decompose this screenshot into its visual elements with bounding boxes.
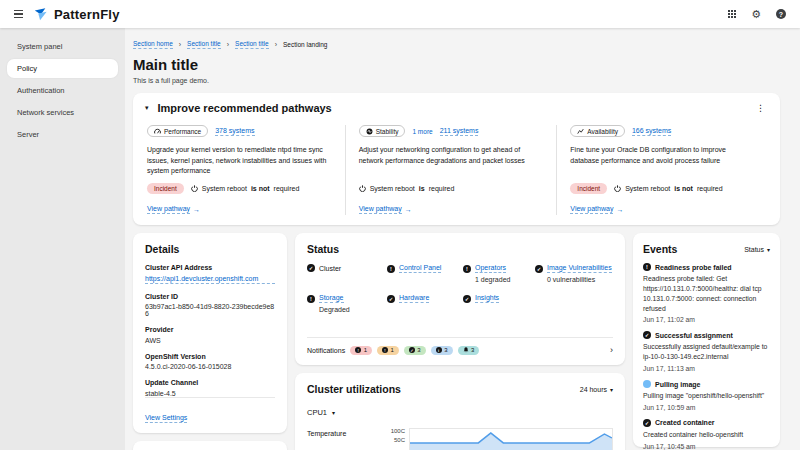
sidebar-item-policy[interactable]: Policy [7, 59, 118, 78]
brand[interactable]: PatternFly [33, 7, 120, 22]
field-label: Cluster ID [145, 293, 275, 300]
reboot-icon [191, 185, 198, 192]
field-label: OpenShift Version [145, 353, 275, 360]
cluster-api-link[interactable]: https://api1.devcluster.openshift.com [145, 275, 275, 284]
notification-badge-default[interactable]: 3 [458, 346, 480, 355]
status-sub: 0 vulnerabilities [547, 276, 613, 283]
pill-label: Availability [587, 128, 618, 135]
notification-badge-warning[interactable]: ! 1 [377, 346, 399, 355]
event-body: Created container hello-openshift [643, 430, 770, 440]
info-circle-icon: i [436, 347, 442, 353]
check-circle-icon: ✓ [409, 347, 415, 353]
chevron-right-icon[interactable]: › [610, 345, 613, 355]
view-pathway-link[interactable]: View pathway → [147, 205, 200, 214]
status-item-image-vulnerabilities: ✓ Image Vulnerabilities 0 vulnerabilitie… [535, 264, 613, 283]
kebab-menu-icon[interactable]: ⋮ [753, 103, 768, 113]
systems-link[interactable]: 166 systems [632, 127, 671, 136]
event-time: Jun 17, 10:45 am [643, 443, 770, 450]
status-link[interactable]: Insights [475, 294, 499, 303]
notification-badge-danger[interactable]: ! 1 [350, 346, 372, 355]
reboot-status: System reboot is required [359, 185, 455, 192]
caret-down-icon: ▾ [332, 409, 335, 416]
availability-pill[interactable]: Availability [570, 125, 625, 137]
reboot-text-bold: is [419, 185, 425, 192]
status-link[interactable]: Image Vulnerabilities [547, 264, 612, 273]
reboot-text: System reboot [625, 185, 670, 192]
exclamation-circle-icon: ! [382, 347, 388, 353]
field-value: stable-4.5 [145, 390, 275, 397]
status-sub: Degraded [319, 306, 387, 313]
reboot-status: System reboot is not required [614, 185, 723, 192]
pathway-description: Adjust your networking configuration to … [359, 145, 544, 179]
gear-icon[interactable]: ⚙ [751, 9, 761, 20]
breadcrumb: Section home › Section title › Section t… [133, 40, 780, 49]
chevron-right-icon: › [227, 41, 229, 48]
status-card: Status ✓ Cluster ! Control Panel ! Opera [295, 233, 625, 365]
exclamation-circle-icon: ! [387, 265, 395, 273]
chevron-down-icon[interactable]: ▾ [145, 104, 149, 112]
arrow-right-icon: → [193, 206, 200, 213]
status-link[interactable]: Operators [475, 264, 506, 273]
view-pathway-link[interactable]: View pathway → [570, 205, 623, 214]
exclamation-circle-icon: ! [307, 295, 315, 303]
sidebar-item-server[interactable]: Server [7, 125, 118, 144]
badge-count: 3 [444, 347, 447, 353]
check-circle-icon: ✓ [643, 419, 651, 427]
field-value: 4.5.0.ci-2020-06-16-015028 [145, 363, 275, 370]
view-pathway-link[interactable]: View pathway → [359, 205, 412, 214]
pathway-availability: Availability 166 systems Fine tune your … [556, 125, 768, 215]
chevron-right-icon: › [275, 41, 277, 48]
status-link[interactable]: Control Panel [399, 264, 441, 273]
sidebar-item-network-services[interactable]: Network services [7, 103, 118, 122]
time-range-select[interactable]: 24 hours ▾ [580, 386, 613, 393]
event-body: Readiness probe failed: Get https://10.1… [643, 274, 770, 313]
cpu-expand[interactable]: CPU1 ▾ [307, 408, 613, 417]
status-item-hardware: ✓ Hardware [387, 294, 463, 313]
check-circle-icon: ✓ [307, 264, 315, 272]
exclamation-circle-icon: ! [463, 265, 471, 273]
event-item: ✓ Created container Created container he… [643, 419, 770, 450]
systems-link[interactable]: 378 systems [215, 127, 254, 136]
status-link[interactable]: Hardware [399, 294, 429, 303]
pathway-stability: Stability 1 more 211 systems Adjust your… [345, 125, 557, 215]
details-title: Details [145, 243, 275, 255]
notification-badge-success[interactable]: ✓ 3 [404, 346, 426, 355]
field-label: Provider [145, 326, 275, 333]
event-body: Successfully assigned default/example to… [643, 342, 770, 362]
badge-count: 3 [417, 347, 420, 353]
status-item-operators: ! Operators 1 degraded [463, 264, 535, 283]
card-stub [133, 441, 287, 450]
arrow-right-icon: → [405, 206, 412, 213]
reboot-text-bold: is not [251, 185, 270, 192]
events-filter-select[interactable]: Status ▾ [744, 246, 770, 253]
breadcrumb-link[interactable]: Section home [133, 40, 173, 49]
event-time: Jun 17, 11:13 am [643, 365, 770, 372]
reboot-text: required [697, 185, 723, 192]
menu-icon[interactable] [14, 10, 23, 18]
tachometer-icon [154, 128, 161, 135]
help-icon[interactable]: ? [776, 9, 786, 19]
apps-grid-icon[interactable] [728, 10, 736, 18]
reboot-status: System reboot is not required [191, 185, 300, 192]
performance-pill[interactable]: Performance [147, 125, 208, 137]
details-card: Details Cluster API Address https://api1… [133, 233, 287, 433]
status-link[interactable]: Storage [319, 294, 344, 303]
notification-badge-info[interactable]: i 3 [431, 346, 453, 355]
sidebar-item-authentication[interactable]: Authentication [7, 81, 118, 100]
systems-link[interactable]: 211 systems [440, 127, 479, 136]
check-circle-icon: ✓ [387, 295, 395, 303]
event-title: Readiness probe failed [655, 264, 732, 271]
event-title: Created container [655, 419, 715, 426]
view-settings-link[interactable]: View Settings [145, 414, 187, 423]
breadcrumb-link[interactable]: Section title [187, 40, 221, 49]
event-item: ✓ Successful assignment Successfully ass… [643, 331, 770, 372]
breadcrumb-link[interactable]: Section title [235, 40, 269, 49]
cpu-label: CPU1 [307, 408, 327, 417]
notifications-row: Notifications ! 1 ! 1 ✓ 3 [307, 337, 613, 355]
stability-pill[interactable]: Stability [359, 125, 406, 137]
stability-icon [366, 128, 373, 135]
view-pathway-label: View pathway [147, 205, 190, 214]
more-link[interactable]: 1 more [412, 128, 432, 135]
sidebar-item-system-panel[interactable]: System panel [7, 37, 118, 56]
utilizations-title: Cluster utilizations [307, 383, 401, 395]
